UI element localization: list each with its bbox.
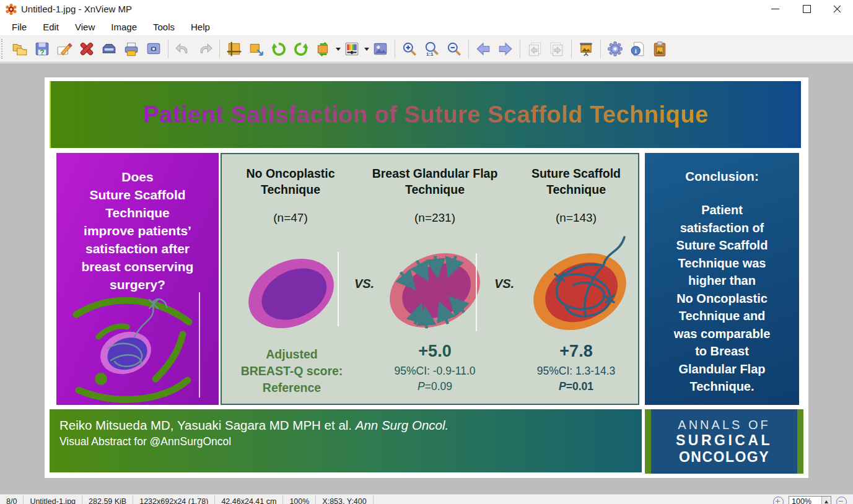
column3-pvalue: P=0.01 (514, 379, 638, 394)
zoom-spin-up-icon[interactable] (821, 497, 831, 504)
column3-ci: 95%CI: 1.3-14.3 (514, 363, 638, 379)
rotate-left-icon[interactable] (268, 38, 290, 60)
minimize-button[interactable] (760, 0, 791, 19)
status-print-size: 42.46x24.41 cm (215, 495, 283, 504)
crop-icon[interactable] (223, 38, 245, 60)
menu-image[interactable]: Image (103, 19, 145, 35)
svg-text:1:1: 1:1 (426, 51, 434, 57)
question-panel: Does Suture Scaffold Technique improve p… (56, 153, 219, 405)
displayed-image: Patient Satisfaction of Suture Scaffold … (45, 77, 808, 478)
zoom-spinbox[interactable]: 100% (789, 496, 831, 504)
abstract-title-banner: Patient Satisfaction of Suture Scaffold … (50, 81, 801, 148)
next-page-icon[interactable] (546, 38, 568, 60)
toolbar-separator (219, 40, 220, 58)
column-divider (476, 253, 477, 331)
zoom-out-circle-icon[interactable] (836, 497, 847, 504)
column2-sample-size: (n=231) (351, 211, 519, 225)
convert-icon[interactable] (312, 38, 335, 60)
zoom-1-1-icon[interactable]: 1:1 (421, 38, 443, 60)
status-filesize: 282.59 KiB (82, 495, 133, 504)
toolbar-separator (600, 40, 601, 58)
zoom-value[interactable]: 100% (789, 497, 821, 504)
menu-file[interactable]: File (4, 19, 35, 35)
maximize-button[interactable] (791, 0, 822, 19)
maximize-icon (803, 5, 811, 13)
toolbar-separator (468, 40, 469, 58)
undo-icon[interactable] (172, 38, 194, 60)
toolbar: ? 1:1 i (0, 36, 853, 63)
column1-sample-size: (n=47) (222, 211, 359, 225)
logo-line1: ANNALS OF (678, 417, 770, 432)
next-image-icon[interactable] (494, 38, 517, 60)
convert-dropdown-caret[interactable] (336, 48, 341, 51)
effects-icon[interactable] (369, 38, 392, 60)
logo-center: ANNALS OF SURGICAL ONCOLOGY (651, 409, 797, 474)
zoom-in-circle-icon[interactable] (773, 497, 784, 504)
toolbar-separator (395, 40, 395, 58)
credits-bar: Reiko Mitsueda MD, Yasuaki Sagara MD MPH… (50, 409, 642, 472)
menu-edit[interactable]: Edit (35, 19, 67, 35)
svg-text:i: i (635, 47, 637, 54)
zoom-out-icon[interactable] (443, 38, 465, 60)
info-icon[interactable]: i (626, 38, 649, 60)
journal-logo: ANNALS OF SURGICAL ONCOLOGY (645, 409, 803, 474)
settings-gear-icon[interactable] (604, 38, 626, 60)
comparison-panel: No Oncoplastic Technique Breast Glandula… (221, 153, 639, 405)
statusbar: 8/0 Untitled-1.jpg 282.59 KiB 1232x692x2… (0, 494, 853, 504)
adjust-dropdown-caret[interactable] (364, 48, 369, 51)
column2-score: +5.0 (351, 341, 519, 361)
menu-view[interactable]: View (67, 19, 103, 35)
column-divider (338, 252, 339, 326)
conclusion-panel: Conclusion: Patient satisfaction of Sutu… (645, 153, 799, 405)
menubar: File Edit View Image Tools Help (0, 19, 853, 36)
menu-tools[interactable]: Tools (145, 19, 183, 35)
status-dimensions: 1232x692x24 (1.78) (133, 495, 215, 504)
adjust-colors-icon[interactable] (341, 38, 363, 60)
resize-icon[interactable] (245, 38, 268, 60)
screen-capture-icon[interactable] (142, 38, 165, 60)
conclusion-heading: Conclusion: (645, 169, 799, 184)
vs-label-1: VS. (348, 277, 380, 291)
menu-help[interactable]: Help (183, 19, 218, 35)
suture-scaffold-illustration (522, 235, 636, 341)
credit-visual-abstract: Visual Abstract for @AnnSurgOncol (59, 434, 632, 450)
zoom-in-icon[interactable] (398, 38, 421, 60)
browse-folders-icon[interactable] (9, 38, 31, 60)
column1-header: No Oncoplastic Technique (222, 165, 359, 198)
close-button[interactable] (822, 0, 853, 19)
column2-pvalue: P=0.09 (351, 379, 519, 394)
redo-icon[interactable] (194, 38, 216, 60)
logo-green-bar (645, 409, 651, 474)
abstract-title: Patient Satisfaction of Suture Scaffold … (143, 102, 709, 128)
column2-header: Breast Glandular Flap Technique (351, 165, 519, 198)
question-text: Does Suture Scaffold Technique improve p… (56, 168, 219, 293)
xnview-app-icon (5, 3, 17, 15)
print-icon[interactable] (120, 38, 142, 60)
status-zoom: 100% (283, 495, 316, 504)
rotate-right-icon[interactable] (290, 38, 312, 60)
status-cursor-pos: X:853, Y:400 (316, 495, 373, 504)
credit-authors: Reiko Mitsueda MD, Yasuaki Sagara MD MPH… (59, 417, 632, 434)
scan-icon[interactable] (98, 38, 120, 60)
xnview-window: Untitled-1.jpg - XnView MP File Edit Vie… (0, 0, 853, 504)
glandular-flap-illustration (380, 238, 489, 342)
save-icon[interactable]: ? (31, 38, 53, 60)
logo-line3: ONCOLOGY (679, 449, 769, 466)
status-index: 8/0 (0, 495, 24, 504)
toolbar-separator (168, 40, 168, 58)
toolbar-grip[interactable] (1, 39, 6, 59)
column3-sample-size: (n=143) (514, 211, 638, 225)
no-oncoplastic-illustration (238, 247, 344, 340)
image-canvas[interactable]: Patient Satisfaction of Suture Scaffold … (0, 63, 853, 494)
breastq-reference-note: Adjusted BREAST-Q score: Reference (222, 346, 362, 396)
status-filename: Untitled-1.jpg (24, 495, 82, 504)
previous-image-icon[interactable] (472, 38, 494, 60)
vs-label-2: VS. (488, 277, 520, 291)
slideshow-icon[interactable] (575, 38, 597, 60)
edit-icon[interactable] (53, 38, 76, 60)
clipboard-paste-icon[interactable] (649, 38, 671, 60)
previous-page-icon[interactable] (523, 38, 546, 60)
delete-icon[interactable] (76, 38, 98, 60)
titlebar: Untitled-1.jpg - XnView MP (0, 0, 853, 19)
column2-stats: +5.0 95%CI: -0.9-11.0 P=0.09 (351, 341, 519, 394)
